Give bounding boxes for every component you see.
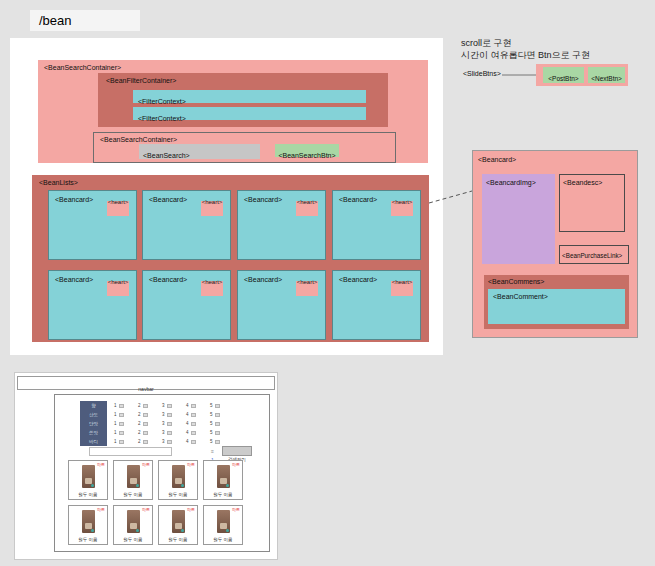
- heart-button[interactable]: <heart>: [391, 279, 413, 296]
- bean-bag-image: [172, 510, 185, 533]
- checkbox[interactable]: [191, 431, 196, 435]
- filter-row-bitterness: 쓴맛 1 2 3 4 5: [80, 428, 234, 437]
- bean-card-label: <Beancard>: [244, 275, 282, 284]
- bean-card[interactable]: <Beancard> <heart>: [332, 270, 421, 340]
- preview-bean-card[interactable]: 하트 원두 이름: [203, 460, 243, 500]
- checkbox[interactable]: [215, 404, 220, 408]
- checkbox[interactable]: [119, 431, 124, 435]
- checkbox[interactable]: [143, 404, 148, 408]
- preview-heart-button[interactable]: 하트: [232, 507, 240, 512]
- bean-search-inner-container: <BeanSearchContainer> <BeanSearch> <Bean…: [93, 132, 396, 163]
- scale-number: 2: [138, 439, 141, 444]
- bean-card[interactable]: <Beancard> <heart>: [142, 190, 231, 260]
- checkbox[interactable]: [215, 413, 220, 417]
- scale-number: 1: [114, 403, 117, 408]
- checkbox[interactable]: [167, 431, 172, 435]
- bean-card-label: <Beancard>: [339, 195, 377, 204]
- bean-card[interactable]: <Beancard> <heart>: [48, 270, 137, 340]
- bean-card[interactable]: <Beancard> <heart>: [332, 190, 421, 260]
- checkbox[interactable]: [119, 404, 124, 408]
- heart-label: <heart>: [202, 198, 223, 206]
- bean-purchase-link[interactable]: <BeanPurchaseLink>: [559, 245, 629, 264]
- scale-number: 2: [138, 421, 141, 426]
- heart-button[interactable]: <heart>: [201, 279, 223, 296]
- checkbox[interactable]: [119, 422, 124, 426]
- preview-bean-card[interactable]: 하트 원두 이름: [113, 460, 153, 500]
- filter-row-sweetness: 단맛 1 2 3 4 5: [80, 419, 234, 428]
- preview-heart-button[interactable]: 하트: [142, 507, 150, 512]
- preview-bean-name: 원두 이름: [204, 537, 242, 542]
- checkbox[interactable]: [191, 440, 196, 444]
- preview-heart-button[interactable]: 하트: [187, 507, 195, 512]
- preview-bean-name: 원두 이름: [204, 492, 242, 497]
- preview-bean-name: 원두 이름: [159, 492, 197, 497]
- slide-note-line2: 시간이 여유롭다면 Btn으로 구현: [461, 49, 590, 61]
- bean-card-label: <Beancard>: [149, 275, 187, 284]
- preview-search-button[interactable]: 검색하기: [222, 446, 252, 456]
- preview-bean-card[interactable]: 하트 원두 이름: [68, 460, 108, 500]
- checkbox[interactable]: [215, 422, 220, 426]
- checkbox[interactable]: [215, 431, 220, 435]
- filter-context-1[interactable]: <FilterContext>: [133, 90, 366, 103]
- preview-bean-card[interactable]: 하트 원두 이름: [113, 505, 153, 545]
- preview-card-grid: 하트 원두 이름 하트 원두 이름 하트 원두 이름 하트 원두: [68, 460, 243, 545]
- checkbox[interactable]: [143, 440, 148, 444]
- preview-heart-button[interactable]: 하트: [232, 462, 240, 467]
- checkbox[interactable]: [167, 404, 172, 408]
- heart-button[interactable]: <heart>: [107, 279, 129, 296]
- bean-description: <Beandesc>: [559, 174, 625, 232]
- bean-card[interactable]: <Beancard> <heart>: [48, 190, 137, 260]
- checkbox[interactable]: [143, 413, 148, 417]
- checkbox[interactable]: [119, 440, 124, 444]
- bean-bag-image: [127, 465, 140, 488]
- preview-bean-card[interactable]: 하트 원두 이름: [203, 505, 243, 545]
- preview-search-input[interactable]: [89, 447, 172, 456]
- bean-card[interactable]: <Beancard> <heart>: [237, 190, 326, 260]
- checkbox[interactable]: [167, 413, 172, 417]
- design-canvas: /bean <BeanSearchContainer> <BeanFilterC…: [0, 0, 655, 566]
- preview-bean-name: 원두 이름: [159, 537, 197, 542]
- checkbox[interactable]: [191, 413, 196, 417]
- bean-description-label: <Beandesc>: [563, 178, 602, 187]
- bean-bag-image: [82, 510, 95, 533]
- bean-search-inner-label: <BeanSearchContainer>: [100, 135, 177, 144]
- bean-search-button[interactable]: <BeanSearchBtn>: [275, 144, 339, 157]
- bean-card[interactable]: <Beancard> <heart>: [237, 270, 326, 340]
- post-button[interactable]: <PostBtn>: [543, 67, 584, 83]
- filter-context-2-label: <FilterContext>: [133, 115, 186, 122]
- bean-search-input[interactable]: <BeanSearch>: [139, 144, 260, 159]
- preview-bean-card[interactable]: 하트 원두 이름: [158, 505, 198, 545]
- checkbox[interactable]: [215, 440, 220, 444]
- heart-button[interactable]: <heart>: [201, 199, 223, 216]
- preview-bean-card[interactable]: 하트 원두 이름: [158, 460, 198, 500]
- checkbox[interactable]: [119, 413, 124, 417]
- bean-card[interactable]: <Beancard> <heart>: [142, 270, 231, 340]
- checkbox[interactable]: [191, 422, 196, 426]
- preview-heart-button[interactable]: 하트: [97, 507, 105, 512]
- scale-number: 5: [210, 403, 213, 408]
- checkbox[interactable]: [143, 422, 148, 426]
- scale-number: 1: [114, 439, 117, 444]
- heart-button[interactable]: <heart>: [391, 199, 413, 216]
- checkbox[interactable]: [191, 404, 196, 408]
- bean-card-label: <Beancard>: [339, 275, 377, 284]
- preview-heart-button[interactable]: 하트: [142, 462, 150, 467]
- scale-number: 2: [138, 412, 141, 417]
- heart-label: <heart>: [392, 278, 413, 286]
- filter-row-label: 향: [80, 401, 107, 410]
- filter-row-label: 산도: [80, 410, 107, 419]
- bean-card-label: <Beancard>: [244, 195, 282, 204]
- preview-heart-button[interactable]: 하트: [187, 462, 195, 467]
- preview-bean-card[interactable]: 하트 원두 이름: [68, 505, 108, 545]
- preview-heart-button[interactable]: 하트: [97, 462, 105, 467]
- checkbox[interactable]: [143, 431, 148, 435]
- heart-button[interactable]: <heart>: [296, 279, 318, 296]
- heart-button[interactable]: <heart>: [296, 199, 318, 216]
- heart-button[interactable]: <heart>: [107, 199, 129, 216]
- slide-btns-container: <PostBtn> <NextBtn>: [536, 64, 628, 86]
- filter-context-2[interactable]: <FilterContext>: [133, 107, 366, 120]
- slide-note-line1: scroll로 구현: [461, 37, 512, 49]
- next-button[interactable]: <NextBtn>: [588, 67, 625, 83]
- checkbox[interactable]: [167, 422, 172, 426]
- checkbox[interactable]: [167, 440, 172, 444]
